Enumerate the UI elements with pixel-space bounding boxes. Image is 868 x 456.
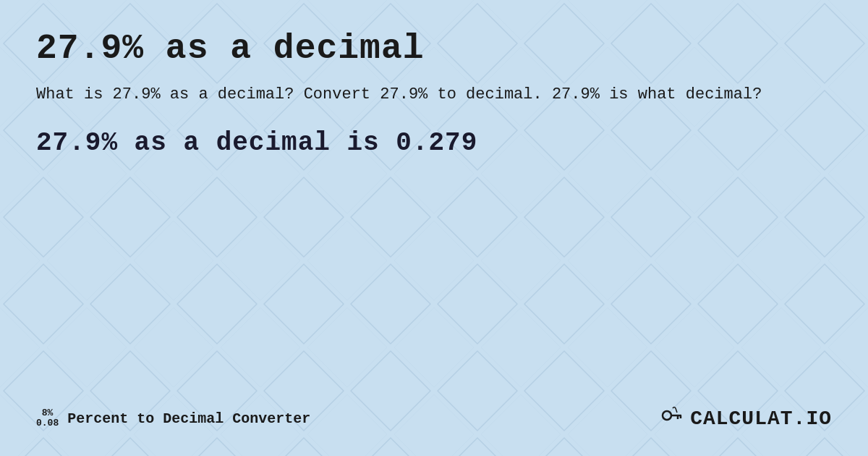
percent-bottom: 0.08 bbox=[36, 418, 59, 428]
percent-top: 8% bbox=[42, 408, 54, 418]
logo: CALCULAT.IO bbox=[660, 402, 832, 434]
page-title: 27.9% as a decimal bbox=[36, 29, 832, 68]
result-text: 27.9% as a decimal is 0.279 bbox=[36, 128, 832, 158]
logo-text: CALCULAT.IO bbox=[690, 408, 832, 430]
footer-left: 8% 0.08 Percent to Decimal Converter bbox=[36, 408, 310, 429]
logo-icon bbox=[660, 402, 686, 434]
svg-point-5 bbox=[663, 411, 671, 420]
percent-icon: 8% 0.08 bbox=[36, 408, 59, 429]
calculat-logo-icon bbox=[660, 402, 686, 428]
description-text: What is 27.9% as a decimal? Convert 27.9… bbox=[36, 83, 832, 106]
footer-label: Percent to Decimal Converter bbox=[67, 410, 310, 427]
